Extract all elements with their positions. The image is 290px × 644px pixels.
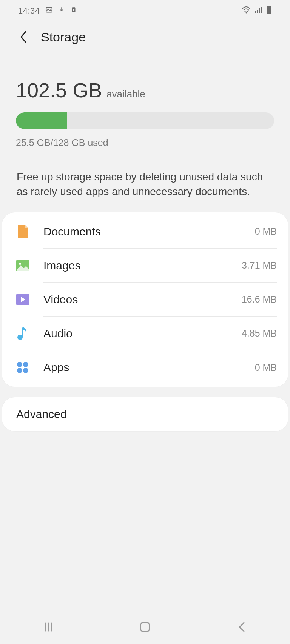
svg-point-15: [23, 362, 28, 367]
svg-rect-8: [268, 6, 270, 6]
category-label: Apps: [43, 361, 69, 374]
category-label: Documents: [43, 225, 101, 238]
audio-icon: [13, 324, 32, 343]
category-size: 0 MB: [255, 362, 277, 373]
home-icon: [139, 621, 151, 633]
storage-progress-bar: [16, 112, 274, 129]
available-amount: 102.5 GB: [16, 78, 102, 102]
svg-point-3: [246, 12, 247, 14]
videos-icon: [13, 290, 32, 309]
picture-icon: [45, 6, 53, 16]
category-videos[interactable]: Videos 16.6 MB: [13, 283, 277, 317]
category-audio[interactable]: Audio 4.85 MB: [13, 317, 277, 350]
documents-icon: [13, 222, 32, 241]
home-button[interactable]: [134, 616, 156, 638]
svg-point-11: [19, 263, 21, 265]
card-icon: [70, 6, 77, 16]
page-title: Storage: [41, 30, 86, 45]
svg-point-2: [72, 9, 74, 11]
svg-point-13: [17, 335, 23, 340]
svg-rect-21: [140, 622, 150, 632]
svg-rect-6: [259, 8, 260, 13]
advanced-label: Advanced: [16, 408, 66, 421]
category-documents[interactable]: Documents 0 MB: [13, 215, 277, 249]
svg-point-16: [17, 368, 22, 373]
svg-rect-4: [255, 11, 256, 13]
svg-rect-7: [261, 7, 262, 13]
header: Storage: [0, 22, 290, 56]
storage-summary: 102.5 GB available 25.5 GB/128 GB used: [0, 56, 290, 148]
back-button[interactable]: [15, 29, 32, 45]
svg-point-14: [17, 362, 22, 367]
status-time: 14:34: [18, 6, 40, 16]
category-label: Audio: [43, 327, 72, 340]
advanced-item[interactable]: Advanced: [2, 397, 288, 431]
apps-icon: [13, 358, 32, 377]
status-bar: 14:34: [0, 0, 290, 22]
svg-rect-5: [257, 10, 258, 13]
usage-text: 25.5 GB/128 GB used: [16, 137, 274, 148]
chevron-left-icon: [237, 621, 246, 633]
category-label: Images: [43, 259, 80, 272]
category-size: 3.71 MB: [242, 260, 277, 271]
recents-button[interactable]: [37, 616, 60, 638]
nav-bar: [0, 610, 290, 644]
category-size: 4.85 MB: [242, 328, 277, 339]
signal-icon: [255, 6, 263, 16]
categories-card: Documents 0 MB Images 3.71 MB Videos 16.…: [2, 212, 288, 387]
download-icon: [58, 6, 65, 16]
svg-point-17: [23, 368, 28, 373]
available-label: available: [106, 88, 145, 100]
images-icon: [13, 256, 32, 275]
nav-back-button[interactable]: [230, 616, 253, 638]
chevron-left-icon: [19, 31, 28, 43]
wifi-icon: [242, 6, 251, 16]
battery-icon: [267, 6, 272, 16]
storage-progress-fill: [16, 112, 67, 129]
category-size: 0 MB: [255, 226, 277, 237]
category-size: 16.6 MB: [242, 294, 277, 305]
category-images[interactable]: Images 3.71 MB: [13, 249, 277, 283]
svg-rect-9: [267, 6, 271, 14]
category-apps[interactable]: Apps 0 MB: [13, 350, 277, 384]
category-label: Videos: [43, 293, 78, 306]
recents-icon: [43, 622, 54, 632]
description-text: Free up storage space by deleting unused…: [0, 169, 290, 199]
